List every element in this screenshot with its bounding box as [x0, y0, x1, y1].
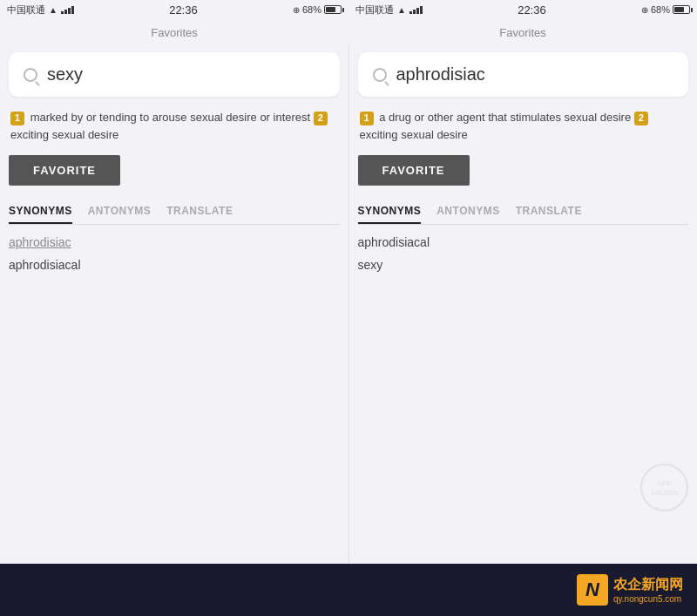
status-bar: 中国联通 ▲ 22:36 ⊕ 68% 中国联通 ▲	[0, 0, 697, 19]
nav-bar: Favorites Favorites	[0, 19, 697, 45]
synonym-2-right: sexy	[358, 258, 689, 272]
status-bar-right: 中国联通 ▲ 22:36 ⊕ 68%	[348, 0, 697, 19]
time-right: 22:36	[518, 3, 546, 17]
synonym-2-left: aphrodisiacal	[9, 258, 340, 272]
percent-left: 68%	[302, 4, 321, 15]
status-bar-left: 中国联通 ▲ 22:36 ⊕ 68%	[0, 0, 348, 19]
bluetooth-right: ⊕	[641, 5, 648, 15]
synonym-1-left[interactable]: aphrodisiac	[9, 235, 340, 249]
synonyms-list-right: aphrodisiacal sexy	[358, 235, 689, 272]
favorite-button-right[interactable]: FAVORITE	[358, 155, 470, 186]
bottom-sub-text: qy.nongcun5.com	[613, 594, 683, 604]
signal-left	[61, 6, 74, 14]
nav-title-right: Favorites	[348, 19, 697, 45]
carrier-right: 中国联通	[355, 3, 394, 17]
def-badge-2-right: 2	[634, 112, 648, 125]
tab-synonyms-right[interactable]: SYNONYMS	[358, 200, 422, 224]
nav-title-left: Favorites	[0, 19, 348, 45]
definition-text-right: 1 a drug or other agent that stimulates …	[360, 109, 687, 143]
tabs-row-right: SYNONYMS ANTONYMS TRANSLATE	[358, 200, 689, 225]
wifi-icon-left: ▲	[49, 5, 58, 15]
percent-right: 68%	[651, 4, 670, 15]
battery-left	[324, 5, 342, 14]
def-badge-1-right: 1	[360, 112, 374, 125]
search-box-right: aphrodisiac	[358, 52, 689, 97]
bottom-bar: N 农企新闻网 qy.nongcun5.com	[0, 564, 697, 616]
tab-synonyms-left[interactable]: SYNONYMS	[9, 200, 72, 224]
signal-right	[409, 6, 423, 14]
tab-translate-left[interactable]: TRANSLATE	[166, 200, 233, 224]
search-box-left: sexy	[9, 52, 340, 97]
search-icon-right	[370, 65, 389, 85]
bottom-main-text: 农企新闻网	[613, 577, 683, 592]
tab-antonyms-left[interactable]: ANTONYMS	[88, 200, 151, 224]
tab-antonyms-right[interactable]: ANTONYMS	[436, 200, 499, 224]
right-panel: aphrodisiac 1 a drug or other agent that…	[349, 45, 698, 564]
battery-right	[673, 5, 690, 14]
search-word-right: aphrodisiac	[396, 64, 485, 85]
synonym-1-right: aphrodisiacal	[358, 235, 689, 249]
wifi-icon-right: ▲	[397, 5, 406, 15]
panels-wrapper: sexy 1 marked by or tending to arouse se…	[0, 45, 697, 564]
def-badge-1-left: 1	[10, 112, 24, 125]
watermark: APP solution	[640, 464, 688, 511]
definition-section-right: 1 a drug or other agent that stimulates …	[358, 109, 689, 143]
synonyms-list-left: aphrodisiac aphrodisiacal	[9, 235, 340, 272]
def-badge-2-left: 2	[314, 112, 328, 125]
favorite-button-left[interactable]: FAVORITE	[9, 155, 120, 186]
tab-translate-right[interactable]: TRANSLATE	[516, 200, 582, 224]
carrier-left: 中国联通	[7, 3, 45, 17]
definition-section-left: 1 marked by or tending to arouse sexual …	[9, 109, 340, 143]
search-icon-left	[21, 65, 40, 85]
bottom-logo: N 农企新闻网 qy.nongcun5.com	[577, 574, 683, 606]
definition-text-left: 1 marked by or tending to arouse sexual …	[10, 109, 338, 143]
bluetooth-left: ⊕	[293, 5, 300, 15]
search-word-left: sexy	[47, 64, 83, 85]
time-left: 22:36	[169, 3, 198, 17]
left-panel: sexy 1 marked by or tending to arouse se…	[0, 45, 348, 564]
logo-icon: N	[577, 574, 608, 606]
tabs-row-left: SYNONYMS ANTONYMS TRANSLATE	[9, 200, 340, 225]
